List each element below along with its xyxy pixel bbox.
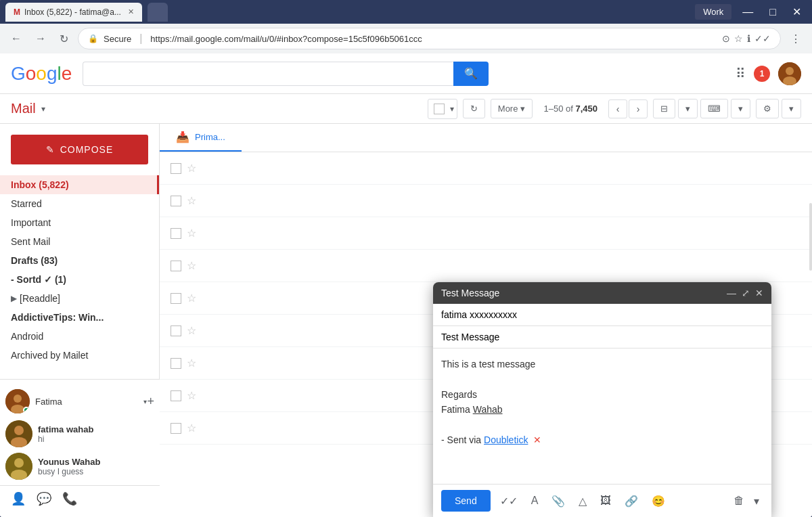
compose-photo-icon[interactable]: 🖼 xyxy=(596,492,615,510)
new-tab-area[interactable] xyxy=(148,3,168,22)
mail-dropdown-icon[interactable]: ▾ xyxy=(41,104,45,114)
notification-badge[interactable]: 1 xyxy=(754,66,770,82)
logo-g1: G xyxy=(11,63,26,84)
doubletick-link[interactable]: Doubletick xyxy=(484,434,528,445)
compose-close-button[interactable]: ✕ xyxy=(755,288,763,298)
send-button[interactable]: Send xyxy=(441,490,491,512)
chat-bubble-icon[interactable]: 💬 xyxy=(37,491,51,506)
compose-body-area[interactable]: This is a test message Regards Fatima Wa… xyxy=(433,349,771,484)
email-checkbox[interactable] xyxy=(171,196,181,206)
minimize-button[interactable]: — xyxy=(737,3,759,21)
refresh-button[interactable]: ↻ xyxy=(463,99,485,118)
star-icon[interactable]: ☆ xyxy=(187,259,196,272)
email-checkbox[interactable] xyxy=(171,293,181,304)
compose-drive-icon[interactable]: △ xyxy=(574,492,591,510)
star-icon[interactable]: ☆ xyxy=(187,357,196,369)
compose-to-input[interactable] xyxy=(441,309,763,320)
compose-subject-input[interactable] xyxy=(441,332,763,342)
remove-signature-button[interactable]: ✕ xyxy=(533,434,541,445)
tab-close-button[interactable]: ✕ xyxy=(128,7,134,16)
cast-icon[interactable]: ⊙ xyxy=(722,33,730,44)
layout-button[interactable]: ⊟ xyxy=(653,99,675,118)
compose-expand-button[interactable]: ⤢ xyxy=(742,288,750,298)
sidebar-item-starred[interactable]: Starred xyxy=(0,194,159,213)
email-checkbox[interactable] xyxy=(171,261,181,271)
reload-button[interactable]: ↻ xyxy=(55,30,72,48)
apps-icon[interactable]: ⠿ xyxy=(736,66,746,82)
star-icon[interactable]: ☆ xyxy=(187,389,196,402)
browser-tab[interactable]: M Inbox (5,822) - fatima@a... ✕ xyxy=(5,3,142,22)
keyboard-button[interactable]: ⌨ xyxy=(700,99,728,118)
compose-link-icon[interactable]: 🔗 xyxy=(621,492,642,510)
sidebar-item-android[interactable]: Android xyxy=(0,327,159,346)
chat-contact-1[interactable]: fatima wahab hi xyxy=(0,418,160,450)
check-icon[interactable]: ✓✓ xyxy=(754,33,771,44)
extensions-icon[interactable]: ⋮ xyxy=(786,30,805,48)
compose-attachment-icon[interactable]: 📎 xyxy=(547,492,569,510)
google-search-input[interactable] xyxy=(83,62,453,86)
star-icon[interactable]: ☆ xyxy=(187,292,196,305)
email-checkbox[interactable] xyxy=(171,423,181,434)
email-checkbox[interactable] xyxy=(171,390,181,401)
chat-contact-2[interactable]: Younus Wahab busy I guess xyxy=(0,450,160,482)
sidebar-item-archived[interactable]: Archived by Mailet xyxy=(0,346,159,365)
table-row[interactable]: ☆ xyxy=(160,185,812,217)
chat-add-button[interactable]: + xyxy=(147,395,154,409)
compose-format-icon[interactable]: ✓✓ xyxy=(496,492,522,510)
compose-emoji-icon[interactable]: 😊 xyxy=(648,492,669,510)
star-icon[interactable]: ☆ xyxy=(187,162,196,175)
compose-delete-button[interactable]: 🗑 xyxy=(734,495,744,507)
tab-favicon: M xyxy=(14,7,20,17)
sidebar-item-addictive[interactable]: AddictiveTips: Win... xyxy=(0,308,159,327)
logo-o1: o xyxy=(26,63,37,84)
email-checkbox[interactable] xyxy=(171,163,181,174)
search-button[interactable]: 🔍 xyxy=(453,62,489,86)
body-line-1: This is a test message xyxy=(441,357,763,372)
more-button[interactable]: More ▾ xyxy=(491,99,533,118)
mail-label[interactable]: Mail xyxy=(11,101,36,116)
compose-footer: Send ✓✓ A 📎 △ 🖼 🔗 😊 🗑 ▾ xyxy=(433,484,771,517)
search-area: 🔍 xyxy=(83,62,489,86)
table-row[interactable]: ☆ xyxy=(160,250,812,282)
star-icon[interactable]: ☆ xyxy=(187,422,196,434)
select-all-checkbox[interactable] xyxy=(434,104,445,114)
compose-minimize-button[interactable]: — xyxy=(727,288,736,298)
settings-arrow[interactable]: ▾ xyxy=(782,99,801,118)
chat-phone-icon[interactable]: 📞 xyxy=(62,491,77,506)
sidebar-item-readdle[interactable]: ▶ [Readdle] xyxy=(0,289,159,308)
sidebar-item-sortd[interactable]: - Sortd ✓ (1) xyxy=(0,270,159,289)
sidebar-item-inbox[interactable]: Inbox (5,822) xyxy=(0,175,159,194)
address-bar[interactable]: 🔒 Secure | https://mail.google.com/mail/… xyxy=(78,28,781,49)
close-window-button[interactable]: ✕ xyxy=(787,3,807,21)
compose-text-format-icon[interactable]: A xyxy=(527,492,543,510)
prev-page-button[interactable]: ‹ xyxy=(608,99,627,118)
sidebar-item-sent[interactable]: Sent Mail xyxy=(0,232,159,251)
url-text[interactable]: https://mail.google.com/mail/u/0/#inbox?… xyxy=(150,34,717,44)
info-icon[interactable]: ℹ xyxy=(747,33,750,44)
compose-more-button[interactable]: ▾ xyxy=(750,492,763,510)
sidebar-item-drafts[interactable]: Drafts (83) xyxy=(0,251,159,270)
back-button[interactable]: ← xyxy=(7,30,26,47)
chat-current-user[interactable]: Fatima ▾ + xyxy=(0,385,160,418)
layout-arrow[interactable]: ▾ xyxy=(678,99,698,118)
star-icon[interactable]: ☆ xyxy=(187,324,196,337)
user-avatar[interactable] xyxy=(778,62,801,85)
table-row[interactable]: ☆ xyxy=(160,217,812,250)
sidebar-item-important[interactable]: Important xyxy=(0,213,159,232)
next-page-button[interactable]: › xyxy=(629,99,648,118)
bookmark-icon[interactable]: ☆ xyxy=(734,33,743,44)
star-icon[interactable]: ☆ xyxy=(187,194,196,207)
keyboard-arrow[interactable]: ▾ xyxy=(731,99,750,118)
email-checkbox[interactable] xyxy=(171,228,181,239)
forward-button[interactable]: → xyxy=(31,30,50,47)
checkbox-arrow[interactable]: ▾ xyxy=(447,104,457,114)
primary-tab[interactable]: 📥 Prima... xyxy=(160,124,242,152)
star-icon[interactable]: ☆ xyxy=(187,227,196,240)
settings-button[interactable]: ⚙ xyxy=(756,99,779,118)
table-row[interactable]: ☆ xyxy=(160,152,812,185)
email-checkbox[interactable] xyxy=(171,358,181,369)
maximize-button[interactable]: □ xyxy=(764,3,782,21)
chat-people-icon[interactable]: 👤 xyxy=(11,491,26,506)
email-checkbox[interactable] xyxy=(171,325,181,336)
compose-button[interactable]: ✎ COMPOSE xyxy=(11,135,148,164)
